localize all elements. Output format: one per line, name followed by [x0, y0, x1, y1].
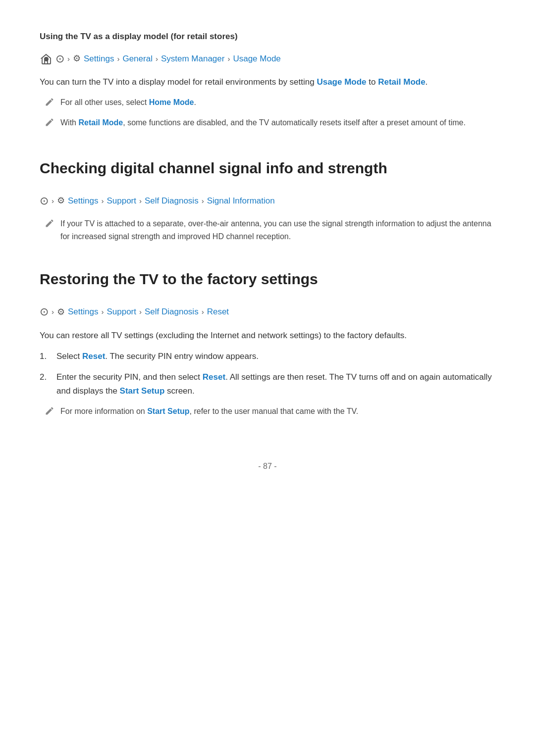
chevron-11: ›	[139, 306, 142, 318]
note-text-4: For more information on Start Setup, ref…	[60, 405, 358, 418]
section-display-model: Using the TV as a display model (for ret…	[40, 30, 495, 132]
section2-heading: Checking digital channel signal info and…	[40, 156, 495, 180]
highlight-reset-2: Reset	[203, 372, 225, 382]
settings-gear-icon: ⚙	[73, 51, 81, 66]
nav-path-3: ⊙ › ⚙ Settings › Support › Self Diagnosi…	[40, 303, 495, 320]
chevron-8: ›	[202, 195, 204, 207]
nav-self-diagnosis-2[interactable]: Self Diagnosis	[145, 305, 199, 318]
note-item-1: For all other uses, select Home Mode.	[40, 96, 495, 111]
chevron-7: ›	[139, 195, 142, 207]
chevron-2: ›	[117, 53, 119, 65]
highlight-retail-mode-2: Retail Mode	[78, 118, 123, 127]
home-symbol-2: ⊙	[40, 192, 49, 209]
nav-usage-mode[interactable]: Usage Mode	[233, 52, 280, 65]
note-text-3: If your TV is attached to a separate, ov…	[60, 217, 495, 243]
chevron-5: ›	[52, 195, 54, 207]
section1-title: Using the TV as a display model (for ret…	[40, 30, 495, 43]
nav-self-diagnosis-1[interactable]: Self Diagnosis	[145, 194, 199, 207]
highlight-usage-mode: Usage Mode	[317, 77, 366, 87]
highlight-start-setup-2: Start Setup	[147, 407, 189, 415]
pencil-icon-1	[45, 97, 54, 111]
section-factory-reset: Restoring the TV to the factory settings…	[40, 267, 495, 420]
chevron-9: ›	[52, 306, 54, 318]
page-footer: - 87 -	[40, 460, 495, 488]
section-signal-info: Checking digital channel signal info and…	[40, 156, 495, 243]
nav-path-2: ⊙ › ⚙ Settings › Support › Self Diagnosi…	[40, 192, 495, 209]
nav-settings-2[interactable]: Settings	[68, 194, 98, 207]
section3-heading: Restoring the TV to the factory settings	[40, 267, 495, 291]
home-icon: ⚙	[40, 52, 53, 65]
note-text-1: For all other uses, select Home Mode.	[60, 96, 196, 109]
pencil-icon-4	[45, 406, 54, 420]
note-item-2: With Retail Mode, some functions are dis…	[40, 116, 495, 132]
home-symbol-3: ⊙	[40, 303, 49, 320]
settings-gear-icon-3: ⚙	[57, 305, 65, 319]
list-item-2: 2. Enter the security PIN, and then sele…	[40, 370, 495, 398]
note-item-4: For more information on Start Setup, ref…	[40, 405, 495, 420]
list-item-1-text: Select Reset. The security PIN entry win…	[56, 350, 259, 363]
home-symbol: ⊙	[55, 50, 64, 67]
section3-body: You can restore all TV settings (excludi…	[40, 329, 495, 343]
pencil-icon-2	[45, 117, 54, 132]
nav-reset[interactable]: Reset	[207, 305, 229, 318]
nav-settings-1[interactable]: Settings	[84, 52, 114, 65]
chevron-4: ›	[227, 53, 230, 65]
section1-body: You can turn the TV into a display model…	[40, 75, 495, 89]
highlight-reset-1: Reset	[82, 352, 105, 361]
nav-general[interactable]: General	[122, 52, 152, 65]
list-number-2: 2.	[40, 370, 50, 384]
chevron-6: ›	[101, 195, 104, 207]
note-text-2: With Retail Mode, some functions are dis…	[60, 116, 466, 129]
settings-gear-icon-2: ⚙	[57, 194, 65, 208]
nav-signal-information[interactable]: Signal Information	[207, 194, 275, 207]
numbered-list: 1. Select Reset. The security PIN entry …	[40, 350, 495, 398]
highlight-retail-mode: Retail Mode	[378, 77, 425, 87]
highlight-start-setup-1: Start Setup	[120, 386, 165, 396]
pencil-icon-3	[45, 218, 54, 233]
nav-support-2[interactable]: Support	[107, 305, 136, 318]
svg-text:⚙: ⚙	[44, 56, 49, 62]
note-item-3: If your TV is attached to a separate, ov…	[40, 217, 495, 243]
list-number-1: 1.	[40, 350, 50, 363]
chevron-12: ›	[202, 306, 204, 318]
highlight-home-mode: Home Mode	[149, 98, 194, 106]
list-item-1: 1. Select Reset. The security PIN entry …	[40, 350, 495, 363]
nav-path-1: ⚙ ⊙ › ⚙ Settings › General › System Mana…	[40, 50, 495, 67]
nav-settings-3[interactable]: Settings	[68, 305, 98, 318]
list-item-2-text: Enter the security PIN, and then select …	[56, 370, 495, 398]
nav-support-1[interactable]: Support	[107, 194, 136, 207]
chevron-1: ›	[67, 53, 70, 65]
chevron-10: ›	[101, 306, 104, 318]
page-number: - 87 -	[258, 462, 276, 470]
chevron-3: ›	[156, 53, 158, 65]
nav-system-manager[interactable]: System Manager	[161, 52, 225, 65]
